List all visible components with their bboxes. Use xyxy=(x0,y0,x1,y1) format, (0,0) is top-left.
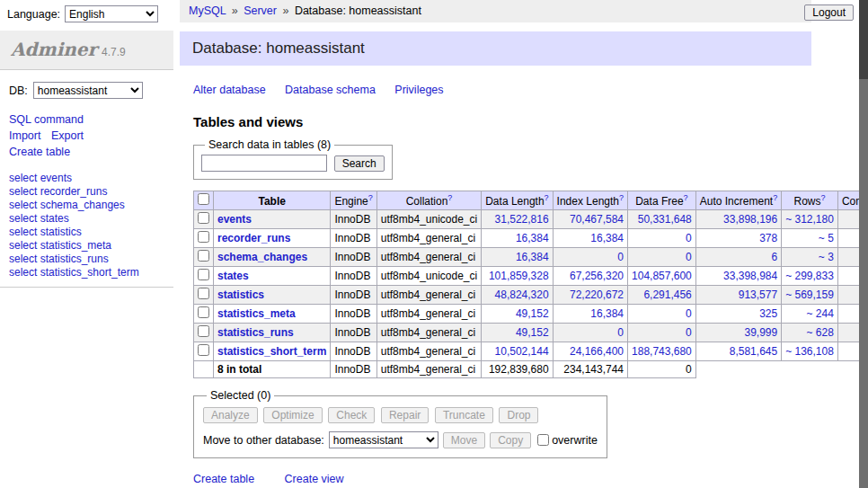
cell-data-free[interactable]: 50,331,648 xyxy=(628,210,696,229)
selected-action-button[interactable]: Truncate xyxy=(435,407,493,423)
cell-index-length[interactable]: 16,384 xyxy=(553,305,627,324)
cell-data-free[interactable]: 188,743,680 xyxy=(628,342,696,361)
cell-auto-increment[interactable]: 325 xyxy=(695,305,781,324)
row-checkbox[interactable] xyxy=(198,325,209,337)
column-header-help-icon[interactable]: ? xyxy=(619,193,624,202)
table-name-link[interactable]: schema_changes xyxy=(214,248,331,267)
cell-index-length[interactable]: 70,467,584 xyxy=(553,210,627,229)
search-button[interactable]: Search xyxy=(334,155,385,172)
column-header[interactable]: Table xyxy=(214,191,331,210)
cell-data-free[interactable]: 6,291,456 xyxy=(628,286,696,305)
column-header[interactable]: Rows? xyxy=(782,191,838,210)
table-name-link[interactable]: events xyxy=(214,210,331,229)
row-checkbox[interactable] xyxy=(198,306,209,318)
cell-data-free[interactable]: 0 xyxy=(628,324,696,342)
cell-rows[interactable]: ~ 244 xyxy=(782,305,838,324)
column-header-help-icon[interactable]: ? xyxy=(773,193,777,202)
cell-rows[interactable]: ~ 3 xyxy=(782,248,838,267)
cell-data-length[interactable]: 49,152 xyxy=(482,305,553,324)
breadcrumb-link-server[interactable]: Server xyxy=(244,4,277,17)
table-name-link[interactable]: recorder_runs xyxy=(214,229,331,248)
db-action-link[interactable]: Privileges xyxy=(394,84,443,96)
move-button[interactable]: Move xyxy=(443,432,485,448)
row-checkbox[interactable] xyxy=(198,288,209,299)
column-header-help-icon[interactable]: ? xyxy=(821,193,826,202)
cell-auto-increment[interactable]: 8,581,645 xyxy=(695,342,781,361)
create-link[interactable]: Create view xyxy=(285,473,344,485)
db-action-link[interactable]: Database schema xyxy=(285,84,376,96)
sidebar-table-link[interactable]: select schema_changes xyxy=(9,199,164,212)
row-checkbox[interactable] xyxy=(198,250,209,262)
logout-button[interactable]: Logout xyxy=(804,4,854,21)
cell-data-length[interactable]: 31,522,816 xyxy=(482,210,553,229)
selected-action-button[interactable]: Check xyxy=(328,407,375,423)
create-link[interactable]: Create table xyxy=(193,473,254,485)
sidebar-action-link[interactable]: SQL command xyxy=(9,111,84,128)
column-header[interactable]: Auto Increment? xyxy=(695,191,781,210)
cell-rows[interactable]: ~ 136,108 xyxy=(782,342,838,361)
selected-action-button[interactable]: Optimize xyxy=(263,407,322,423)
cell-data-length[interactable]: 48,824,320 xyxy=(482,286,553,305)
cell-rows[interactable]: ~ 628 xyxy=(782,324,838,342)
sidebar-action-link[interactable]: Export xyxy=(51,128,84,144)
select-all-checkbox[interactable] xyxy=(198,193,209,205)
column-header[interactable]: Data Length? xyxy=(482,191,553,210)
language-select[interactable]: English xyxy=(65,5,158,22)
cell-auto-increment[interactable]: 6 xyxy=(695,248,781,267)
cell-data-length[interactable]: 101,859,328 xyxy=(482,267,553,286)
table-name-link[interactable]: statistics_short_term xyxy=(214,342,331,361)
row-checkbox[interactable] xyxy=(198,269,209,280)
column-header-help-icon[interactable]: ? xyxy=(368,193,373,202)
copy-button[interactable]: Copy xyxy=(490,432,531,448)
sidebar-table-link[interactable]: select statistics_short_term xyxy=(9,266,164,279)
sidebar-table-link[interactable]: select events xyxy=(9,172,164,185)
cell-data-length[interactable]: 49,152 xyxy=(482,324,553,342)
scrollbar-thumb[interactable] xyxy=(859,0,868,79)
row-checkbox[interactable] xyxy=(198,212,209,224)
db-select[interactable]: homeassistant xyxy=(33,82,143,99)
cell-rows[interactable]: ~ 5 xyxy=(782,229,838,248)
cell-data-free[interactable]: 0 xyxy=(628,248,696,267)
selected-action-button[interactable]: Repair xyxy=(381,407,429,423)
sidebar-action-link[interactable]: Import xyxy=(9,128,40,144)
cell-index-length[interactable]: 16,384 xyxy=(553,229,627,248)
cell-data-free[interactable]: 0 xyxy=(628,229,696,248)
cell-data-free[interactable]: 0 xyxy=(628,305,696,324)
sidebar-table-link[interactable]: select statistics_meta xyxy=(9,239,164,253)
overwrite-checkbox[interactable] xyxy=(537,434,549,446)
row-checkbox[interactable] xyxy=(198,231,209,243)
cell-rows[interactable]: ~ 299,833 xyxy=(782,267,838,286)
column-header[interactable]: Index Length? xyxy=(553,191,627,210)
cell-index-length[interactable]: 72,220,672 xyxy=(553,286,627,305)
cell-auto-increment[interactable]: 33,398,984 xyxy=(695,267,781,286)
selected-action-button[interactable]: Drop xyxy=(499,407,538,423)
cell-index-length[interactable]: 0 xyxy=(553,324,627,342)
cell-index-length[interactable]: 67,256,320 xyxy=(553,267,627,286)
cell-data-length[interactable]: 16,384 xyxy=(482,248,553,267)
cell-data-length[interactable]: 10,502,144 xyxy=(482,342,553,361)
breadcrumb-link-mysql[interactable]: MySQL xyxy=(189,4,226,17)
table-name-link[interactable]: statistics_meta xyxy=(214,305,331,324)
search-input[interactable] xyxy=(201,155,327,172)
vertical-scrollbar[interactable] xyxy=(859,0,868,488)
sidebar-table-link[interactable]: select states xyxy=(9,212,164,226)
cell-data-length[interactable]: 16,384 xyxy=(482,229,553,248)
sidebar-table-link[interactable]: select statistics xyxy=(9,226,164,239)
column-header[interactable]: Collation? xyxy=(376,191,481,210)
column-header-help-icon[interactable]: ? xyxy=(684,193,688,202)
sidebar-action-link[interactable]: Create table xyxy=(9,144,70,160)
cell-data-free[interactable]: 104,857,600 xyxy=(628,267,696,286)
cell-auto-increment[interactable]: 913,577 xyxy=(695,286,781,305)
column-header-help-icon[interactable]: ? xyxy=(545,193,549,202)
cell-rows[interactable]: ~ 312,180 xyxy=(782,210,838,229)
cell-auto-increment[interactable]: 378 xyxy=(695,229,781,248)
column-header[interactable]: Engine? xyxy=(331,191,376,210)
table-name-link[interactable]: statistics xyxy=(214,286,331,305)
cell-index-length[interactable]: 24,166,400 xyxy=(553,342,627,361)
cell-auto-increment[interactable]: 39,999 xyxy=(695,324,781,342)
move-db-select[interactable]: homeassistant xyxy=(329,431,438,448)
selected-action-button[interactable]: Analyze xyxy=(203,407,258,423)
column-header-help-icon[interactable]: ? xyxy=(447,193,452,202)
sidebar-table-link[interactable]: select statistics_runs xyxy=(9,253,164,266)
db-action-link[interactable]: Alter database xyxy=(193,84,266,96)
